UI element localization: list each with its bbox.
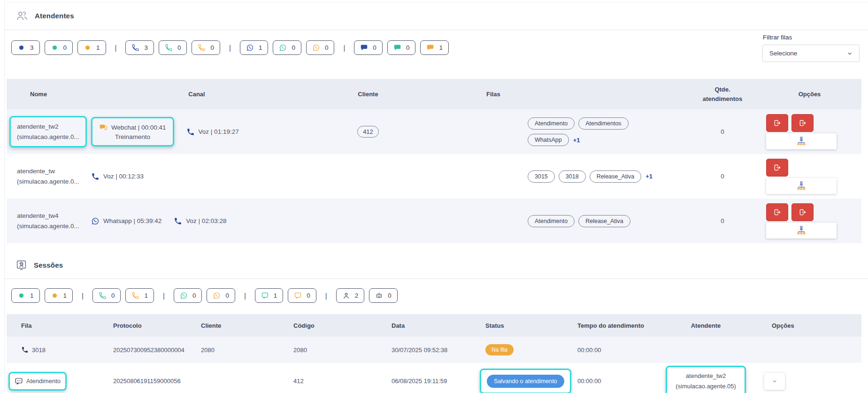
hierarchy-button[interactable] [766, 133, 837, 149]
column-header-nome: Nome [7, 91, 91, 98]
attendant-name-line2: (simulacao.agente.0... [17, 177, 79, 187]
phone-solid-icon [174, 217, 182, 225]
counter-value: 1 [30, 292, 34, 299]
logout-button[interactable] [766, 203, 788, 221]
counter-value: 0 [292, 44, 295, 51]
queues-more-badge[interactable]: +1 [573, 137, 580, 144]
status-dot-icon [51, 292, 59, 300]
session-queue: Atendimento [7, 372, 92, 391]
queue-chip[interactable]: 3015 [528, 170, 555, 183]
logout-button[interactable] [766, 159, 788, 177]
logout-button[interactable] [791, 114, 814, 132]
queue-chip[interactable]: Atendimento [528, 117, 575, 130]
session-date: 30/07/2025 09:52:38 [364, 347, 463, 354]
counter-separator: | [229, 44, 231, 52]
counter-value: 2 [355, 292, 359, 299]
counter-pill[interactable]: 2 [336, 288, 365, 303]
session-row: Atendimento 20250806191159000056 412 06/… [7, 363, 861, 393]
queue-chip[interactable]: WhatsApp [528, 134, 569, 146]
counter-separator: | [163, 292, 165, 300]
counter-pill[interactable]: 0 [306, 40, 335, 55]
counter-separator: | [82, 292, 84, 300]
counter-pill[interactable]: 1 [125, 288, 154, 303]
counter-pill[interactable]: 1 [240, 40, 269, 55]
attendant-qty: 0 [687, 128, 758, 135]
queues-more-badge[interactable]: +1 [645, 173, 653, 180]
chat-square-icon [261, 292, 269, 300]
counter-value: 0 [307, 292, 310, 299]
counter-pill[interactable]: 1 [11, 288, 40, 303]
attendant-name-highlight: atendente_tw2 (simulacao.agente.0... [9, 116, 87, 147]
attendant-name-line1: atendente_tw2 [17, 122, 79, 132]
logout-icon [799, 119, 807, 127]
chat-icon [360, 44, 368, 52]
counter-value: 1 [144, 292, 148, 299]
column-header-cliente: Cliente [302, 91, 434, 98]
counter-pill[interactable]: 0 [354, 40, 383, 55]
counter-value: 0 [388, 292, 392, 299]
counter-pill[interactable]: 0 [92, 288, 121, 303]
sessions-section: Sessões 11|01|00|10|20 Fila Protocolo Cl… [0, 246, 868, 393]
counter-value: 1 [96, 44, 100, 51]
counter-pill[interactable]: 1 [77, 40, 106, 55]
session-date: 06/08/2025 19:11:59 [364, 378, 463, 385]
logout-icon [773, 208, 782, 216]
queue-chip[interactable]: Atendimento [528, 215, 575, 227]
logout-buttons-row [766, 114, 814, 132]
hierarchy-button[interactable] [766, 178, 837, 194]
status-badge: Na fila [485, 344, 514, 355]
counter-value: 0 [63, 44, 67, 51]
counter-pill[interactable]: 0 [369, 288, 398, 303]
queue-filter-select[interactable]: Selecione [762, 45, 860, 62]
session-options-menu-button[interactable] [764, 373, 785, 390]
counter-pill[interactable]: 1 [255, 288, 284, 303]
counter-pill[interactable]: 0 [207, 288, 235, 303]
counter-pill[interactable]: 3 [125, 40, 154, 55]
channel-item: Whatsapp | 05:39:42 [91, 217, 161, 225]
session-protocol: 20250806191159000056 [92, 378, 181, 385]
counter-value: 0 [325, 44, 329, 51]
robot-icon [375, 292, 383, 300]
channel-item: Voz | 02:03:28 [174, 217, 226, 225]
session-status: Salvando o atendimento [463, 369, 554, 393]
column-header-opcoes: Opções [758, 91, 861, 98]
column-header-protocolo: Protocolo [92, 322, 181, 329]
counter-pill[interactable]: 0 [159, 40, 187, 55]
counter-separator: | [343, 44, 345, 52]
sessions-title: Sessões [34, 261, 63, 269]
whatsapp-icon [180, 292, 188, 300]
counter-pill[interactable]: 0 [387, 40, 416, 55]
attendant-options [758, 114, 861, 149]
counter-separator: | [244, 292, 246, 300]
counter-separator: | [115, 44, 117, 52]
queue-filter-value: Selecione [769, 50, 797, 57]
session-queue-label: 3018 [32, 347, 46, 354]
attendants-title: Atendentes [35, 12, 74, 20]
counter-pill[interactable]: 0 [192, 40, 220, 55]
phone-icon [198, 44, 206, 52]
queue-chip[interactable]: 3018 [559, 170, 586, 183]
phone-icon [99, 292, 107, 300]
counter-value: 1 [63, 292, 67, 299]
counter-pill[interactable]: 1 [420, 40, 449, 55]
counter-value: 0 [225, 292, 229, 299]
queue-chip[interactable]: Release_Ativa [578, 215, 630, 227]
chat-icon [393, 44, 401, 52]
column-header-qtde: Qtde. atendimentos [687, 85, 758, 103]
attendant-channels: Whatsapp | 05:39:42Voz | 02:03:28 [91, 217, 302, 225]
attendant-qty: 0 [687, 217, 758, 224]
counter-value: 3 [144, 44, 148, 51]
counter-pill[interactable]: 0 [45, 40, 73, 55]
counter-pill[interactable]: 0 [174, 288, 202, 303]
counter-pill[interactable]: 0 [273, 40, 301, 55]
logout-button[interactable] [791, 203, 814, 221]
counter-pill[interactable]: 0 [288, 288, 316, 303]
session-protocol: 202507300952380000004 [92, 347, 181, 354]
hierarchy-button[interactable] [766, 223, 837, 239]
queue-chip[interactable]: Atendimentos [578, 117, 628, 130]
counter-pill[interactable]: 3 [11, 40, 40, 55]
queue-chip[interactable]: Release_Ativa [590, 170, 642, 183]
logout-button[interactable] [766, 114, 788, 132]
counter-pill[interactable]: 1 [45, 288, 73, 303]
queue-filter-label: Filtrar filas [763, 34, 860, 41]
